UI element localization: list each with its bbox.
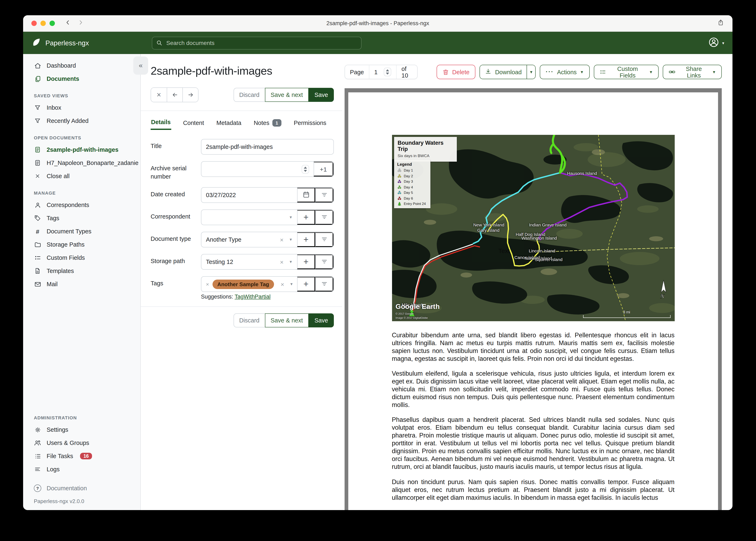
- sidebar-item-label: Recently Added: [47, 118, 89, 124]
- sidebar-item-label: Custom Fields: [47, 255, 85, 261]
- actions-button[interactable]: ··· Actions ▼: [540, 65, 590, 79]
- asn-stepper[interactable]: [302, 165, 309, 173]
- sidebar-collapse-button[interactable]: «: [133, 57, 148, 75]
- custom-fields-button-label: Custom Fields: [610, 65, 646, 79]
- sidebar-item-file-tasks[interactable]: File Tasks 16: [23, 449, 140, 463]
- sidebar-item-label: Correspondents: [47, 202, 89, 208]
- tags-select[interactable]: × Another Sample Tag ×▼: [201, 277, 297, 291]
- share-icon[interactable]: [717, 19, 724, 28]
- correspondent-select[interactable]: ▼: [201, 210, 297, 225]
- download-options-button[interactable]: ▼: [527, 65, 535, 79]
- sidebar-item-label: Documentation: [47, 485, 87, 491]
- discard-button[interactable]: Discard: [233, 88, 265, 102]
- map-image: N Boundary Waters Trip Six days in BWCA …: [392, 135, 674, 321]
- paragraph: Duis non tincidunt purus. Nam quis sapie…: [392, 478, 674, 501]
- title-input[interactable]: [206, 144, 329, 150]
- download-button[interactable]: Download: [480, 65, 527, 79]
- search-icon: [156, 39, 163, 48]
- asn-input[interactable]: [206, 166, 298, 172]
- remove-tag-icon[interactable]: ×: [206, 281, 209, 287]
- home-icon: [34, 62, 41, 69]
- date-filter-button[interactable]: [315, 188, 333, 203]
- tab-details[interactable]: Details: [151, 115, 171, 130]
- close-window-button[interactable]: [31, 21, 37, 26]
- tag-suggestions: Suggestions: TagWithPartial: [201, 293, 334, 300]
- custom-fields-button[interactable]: Custom Fields ▼: [594, 65, 659, 79]
- tab-notes[interactable]: Notes 1: [253, 115, 282, 130]
- sidebar-item-custom-fields[interactable]: Custom Fields: [23, 251, 140, 264]
- suggestion-link[interactable]: TagWithPartial: [235, 293, 271, 300]
- page-stepper[interactable]: [384, 68, 391, 76]
- document-type-select[interactable]: Another Type ×▼: [201, 232, 297, 247]
- sidebar-item-close-all[interactable]: Close all: [23, 170, 140, 183]
- save-button-bottom[interactable]: Save: [309, 313, 334, 327]
- tag-chip[interactable]: Another Sample Tag: [212, 279, 274, 289]
- correspondent-filter-button[interactable]: [315, 210, 333, 225]
- sidebar-item-settings[interactable]: Settings: [23, 423, 140, 436]
- save-button-group: Discard Save & next Save: [233, 88, 334, 102]
- sidebar-item-mail[interactable]: Mail: [23, 277, 140, 291]
- asn-next-number-button[interactable]: +1: [314, 162, 333, 177]
- pdf-viewer-frame[interactable]: N Boundary Waters Trip Six days in BWCA …: [345, 88, 722, 510]
- save-next-button[interactable]: Save & next: [265, 88, 309, 102]
- sidebar-item-documentation[interactable]: ? Documentation: [23, 482, 140, 495]
- map-terrain: N: [392, 135, 674, 321]
- sidebar-item-tags[interactable]: Tags: [23, 212, 140, 225]
- sidebar-item-templates[interactable]: Templates: [23, 264, 140, 277]
- filter-icon: [320, 258, 328, 266]
- add-correspondent-button[interactable]: +: [297, 210, 315, 225]
- sidebar-item-open-doc-1[interactable]: 2sample-pdf-with-images: [23, 143, 140, 156]
- template-icon: [34, 267, 41, 274]
- sidebar-item-inbox[interactable]: Inbox: [23, 101, 140, 114]
- sidebar-item-recently-added[interactable]: Recently Added: [23, 114, 140, 127]
- share-links-button[interactable]: Share Links ▼: [663, 65, 722, 79]
- sidebar-item-storage-paths[interactable]: Storage Paths: [23, 238, 140, 251]
- clear-icon[interactable]: ×: [280, 236, 284, 243]
- close-document-button[interactable]: ×: [151, 88, 167, 102]
- date-created-field-label: Date created: [151, 187, 201, 203]
- tab-metadata[interactable]: Metadata: [216, 115, 242, 130]
- delete-button[interactable]: Delete: [437, 65, 475, 79]
- document-type-filter-button[interactable]: [315, 232, 333, 247]
- clear-icon[interactable]: ×: [281, 280, 284, 287]
- user-menu[interactable]: ▾: [708, 37, 724, 49]
- map-title: Boundary Waters Trip: [398, 140, 453, 152]
- tab-permissions[interactable]: Permissions: [293, 115, 327, 130]
- actions-button-label: Actions: [557, 69, 577, 75]
- browser-back-icon[interactable]: [65, 19, 71, 27]
- sidebar-item-documents[interactable]: Documents: [23, 72, 140, 85]
- save-button[interactable]: Save: [309, 88, 334, 102]
- app-brand[interactable]: Paperless-ngx: [31, 37, 152, 48]
- minimize-window-button[interactable]: [40, 21, 46, 26]
- next-document-button[interactable]: [182, 88, 198, 102]
- save-next-button-bottom[interactable]: Save & next: [265, 313, 309, 327]
- storage-path-filter-button[interactable]: [315, 255, 333, 269]
- storage-path-select[interactable]: Testing 12 ×▼: [201, 255, 297, 269]
- clear-icon[interactable]: ×: [280, 258, 284, 266]
- tab-content[interactable]: Content: [183, 115, 204, 130]
- sidebar-item-correspondents[interactable]: Correspondents: [23, 198, 140, 212]
- sidebar-item-document-types[interactable]: # Document Types: [23, 225, 140, 238]
- map-copyright: © 2017 Google: [396, 312, 414, 315]
- date-created-input[interactable]: [206, 192, 293, 198]
- map-scale-label: 3 mi: [583, 310, 670, 314]
- calendar-button[interactable]: [297, 188, 315, 203]
- browser-forward-icon[interactable]: [78, 19, 84, 27]
- add-storage-path-button[interactable]: +: [297, 255, 315, 269]
- add-document-type-button[interactable]: +: [297, 232, 315, 247]
- discard-button-bottom[interactable]: Discard: [233, 313, 265, 327]
- page-number-input[interactable]: [374, 69, 381, 75]
- maximize-window-button[interactable]: [50, 21, 55, 26]
- search-input[interactable]: [152, 37, 361, 49]
- sidebar-item-users-groups[interactable]: Users & Groups: [23, 436, 140, 449]
- chevron-down-icon: ▾: [722, 41, 724, 45]
- add-tag-button[interactable]: +: [297, 277, 315, 291]
- previous-document-button[interactable]: [167, 88, 182, 102]
- sidebar-item-logs[interactable]: Logs: [23, 463, 140, 476]
- sidebar-item-dashboard[interactable]: Dashboard: [23, 59, 140, 72]
- tags-filter-button[interactable]: [315, 277, 333, 291]
- detail-tabs: Details Content Metadata Notes 1 Permiss…: [151, 115, 334, 130]
- map-place-label: Lincoln Island: [529, 248, 555, 253]
- sidebar-item-open-doc-2[interactable]: H7_Napoleon_Bonaparte_zadanie: [23, 156, 140, 170]
- map-title-box: Boundary Waters Trip Six days in BWCA: [394, 137, 457, 162]
